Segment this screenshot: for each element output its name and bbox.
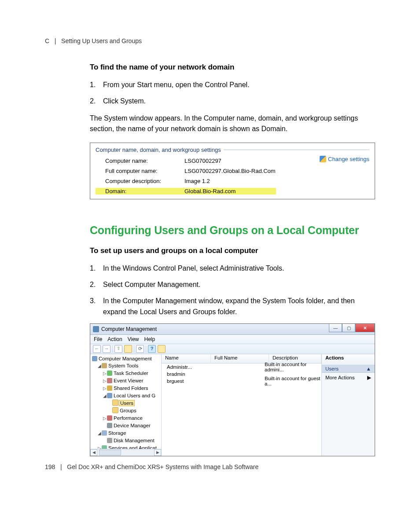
list-item[interactable]: Administr...Built-in account for admini.… [162,363,321,371]
footer-title: Gel Doc XR+ and ChemiDoc XRS+ Systems wi… [67,463,258,470]
menubar: File Action View Help [90,335,375,344]
close-button[interactable]: ✕ [355,324,375,332]
paragraph-1: The System window appears. In the Comput… [90,113,375,135]
collapse-icon: ▲ [366,366,371,371]
page-header: C | Setting Up Users and Groups [45,37,375,44]
forward-icon[interactable] [103,345,111,353]
page-footer: 198 | Gel Doc XR+ and ChemiDoc XRS+ Syst… [45,463,258,470]
folder-icon[interactable] [124,345,132,353]
actions-pane: Actions Users▲ More Actions▶ [322,354,375,456]
domain-row-highlighted: Domain:Global.Bio-Rad.com [96,186,369,196]
page-number: 198 [45,463,55,470]
panel-legend: Computer name, domain, and workgroup set… [96,147,224,153]
back-icon[interactable] [93,345,101,353]
actions-context[interactable]: Users▲ [322,365,375,373]
change-settings-link[interactable]: Change settings [320,156,369,162]
sub-heading-1: To find the name of your network domain [90,63,375,72]
toolbar [90,344,375,354]
menu-action[interactable]: Action [107,336,122,342]
col-name[interactable]: Name [162,354,211,363]
app-icon [93,326,99,332]
up-icon[interactable] [114,345,122,353]
shield-icon [320,156,326,162]
help-icon[interactable] [148,345,156,353]
sub-heading-2: To set up users and groups on a local co… [90,246,375,255]
tree-pane[interactable]: Computer Management ◢System Tools ▷Task … [90,354,162,456]
refresh-icon[interactable] [136,345,144,353]
minimize-button[interactable]: — [329,324,342,332]
appendix-letter: C [45,37,49,44]
chevron-right-icon: ▶ [367,374,371,381]
menu-help[interactable]: Help [144,336,155,342]
list-item[interactable]: brguestBuilt-in account for guest a... [162,378,321,385]
list-pane[interactable]: Name Full Name Description Administr...B… [162,354,322,456]
horizontal-scrollbar[interactable]: ◀▶ [90,449,161,456]
maximize-button[interactable]: ▢ [342,324,355,332]
computer-management-window: Computer Management — ▢ ✕ File Action Vi… [90,323,375,456]
section-heading-2: Configuring Users and Groups on a Local … [90,224,375,237]
menu-file[interactable]: File [94,336,102,342]
menu-view[interactable]: View [128,336,139,342]
properties-icon[interactable] [158,345,166,353]
steps-2: 1.In the Windows Control Panel, select A… [90,263,375,317]
system-properties-panel: Computer name, domain, and workgroup set… [90,143,375,199]
tree-users-selected[interactable]: Users [119,400,135,406]
titlebar[interactable]: Computer Management — ▢ ✕ [90,324,375,335]
steps-1: 1.From your Start menu, open the Control… [90,80,375,107]
actions-header: Actions [322,354,375,365]
col-fullname[interactable]: Full Name [211,354,269,363]
section-name: Setting Up Users and Groups [61,37,142,44]
more-actions[interactable]: More Actions▶ [322,373,375,382]
